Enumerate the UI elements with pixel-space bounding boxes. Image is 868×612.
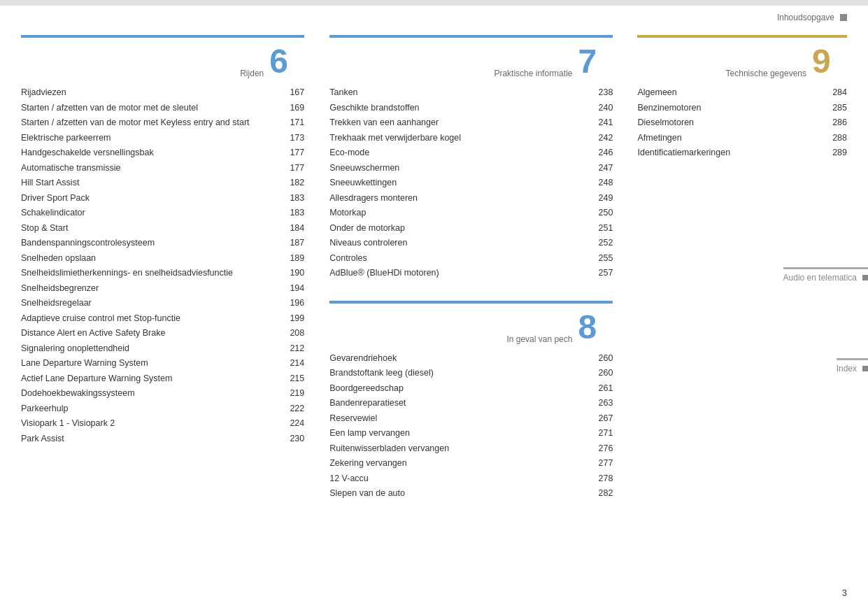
section-8-toc: Gevarendriehoek260Brandstoftank leeg (di… — [329, 353, 613, 500]
section-9-toc: Algemeen284Benzinemotoren285Dieselmotore… — [637, 87, 847, 159]
toc-label: Zekering vervangen — [329, 457, 592, 470]
toc-page: 242 — [592, 132, 613, 145]
column-left: Rijden 6 Rijadviezen167Starten / afzette… — [0, 35, 315, 584]
toc-label: Snelheidslimietherkennings- en snelheids… — [21, 267, 283, 280]
toc-label: Algemeen — [637, 87, 826, 99]
toc-page: 277 — [592, 457, 613, 470]
toc-label: Adaptieve cruise control met Stop-functi… — [21, 313, 283, 325]
toc-label: Identificatiemarkeringen — [637, 147, 826, 159]
section-7-title: Praktische informatie — [329, 69, 578, 78]
toc-label: Elektrische parkeerrem — [21, 132, 283, 145]
toc-page: 189 — [283, 252, 304, 265]
toc-page: 260 — [592, 353, 613, 365]
toc-page: 263 — [592, 397, 613, 410]
toc-label: Snelheden opslaan — [21, 252, 283, 265]
toc-label: Niveaus controleren — [329, 237, 592, 250]
index-sidebar-item: Index — [837, 364, 868, 373]
toc-page: 183 — [283, 192, 304, 205]
header-right: Inhoudsopgave — [777, 13, 847, 22]
toc-page: 271 — [592, 427, 613, 440]
toc-label: Dodehoekbewakingssysteem — [21, 387, 283, 400]
toc-page: 187 — [283, 237, 304, 250]
toc-row: Sneeuwkettingen248 — [329, 177, 613, 190]
toc-label: Lane Departure Warning System — [21, 357, 283, 370]
toc-page: 219 — [283, 387, 304, 400]
toc-page: 238 — [592, 87, 613, 99]
section-9-number: 9 — [812, 45, 847, 78]
toc-label: Parkeerhulp — [21, 403, 283, 415]
toc-label: 12 V-accu — [329, 473, 592, 485]
toc-page: 260 — [592, 367, 613, 380]
toc-row: Allesdragers monteren249 — [329, 192, 613, 205]
toc-label: Signalering onoplettendheid — [21, 343, 283, 355]
toc-row: Onder de motorkap251 — [329, 222, 613, 235]
toc-label: Geschikte brandstoffen — [329, 102, 592, 115]
toc-label: Snelheidsbegrenzer — [21, 283, 283, 295]
toc-page: 241 — [592, 117, 613, 129]
top-bar — [0, 0, 868, 6]
toc-row: Benzinemotoren285 — [637, 102, 847, 115]
toc-label: Bandenreparatieset — [329, 397, 592, 410]
toc-page: 199 — [283, 313, 304, 325]
audio-label: Audio en telematica — [783, 273, 857, 283]
toc-label: Schakelindicator — [21, 207, 283, 220]
toc-row: Zekering vervangen277 — [329, 457, 613, 470]
toc-label: Visiopark 1 - Visiopark 2 — [21, 418, 283, 430]
toc-label: Trekhaak met verwijderbare kogel — [329, 132, 592, 145]
toc-row: Tanken238 — [329, 87, 613, 99]
toc-page: 276 — [592, 443, 613, 455]
toc-label: AdBlue® (BlueHDi motoren) — [329, 267, 592, 280]
toc-page: 267 — [592, 413, 613, 425]
toc-row: Motorkap250 — [329, 207, 613, 220]
toc-label: Gevarendriehoek — [329, 353, 592, 365]
toc-page: 173 — [283, 132, 304, 145]
toc-page: 183 — [283, 207, 304, 220]
toc-page: 248 — [592, 177, 613, 190]
toc-row: 12 V-accu278 — [329, 473, 613, 485]
column-right: Technische gegevens 9 Algemeen284Benzine… — [623, 35, 868, 584]
toc-label: Sneeuwschermen — [329, 162, 592, 175]
toc-label: Controles — [329, 252, 592, 265]
main-content: Rijden 6 Rijadviezen167Starten / afzette… — [0, 35, 868, 584]
toc-row: Afmetingen288 — [637, 132, 847, 145]
toc-page: 246 — [592, 147, 613, 159]
toc-row: Dodehoekbewakingssysteem219 — [21, 387, 304, 400]
toc-row: Een lamp vervangen271 — [329, 427, 613, 440]
toc-row: Actief Lane Departure Warning System215 — [21, 373, 304, 385]
toc-label: Dieselmotoren — [637, 117, 826, 129]
toc-page: 261 — [592, 383, 613, 395]
section-9-bar — [637, 35, 847, 38]
toc-row: Signalering onoplettendheid212 — [21, 343, 304, 355]
toc-label: Ruitenwisserbladen vervangen — [329, 443, 592, 455]
toc-label: Boordgereedschap — [329, 383, 592, 395]
section-9-title: Technische gegevens — [637, 69, 812, 78]
section-8-number: 8 — [578, 311, 613, 344]
toc-label: Starten / afzetten van de motor met de s… — [21, 102, 283, 115]
toc-row: AdBlue® (BlueHDi motoren)257 — [329, 267, 613, 280]
toc-page: 177 — [283, 147, 304, 159]
toc-row: Elektrische parkeerrem173 — [21, 132, 304, 145]
toc-page: 208 — [283, 327, 304, 340]
toc-page: 251 — [592, 222, 613, 235]
toc-row: Sneeuwschermen247 — [329, 162, 613, 175]
toc-label: Park Assist — [21, 433, 283, 446]
section-6-toc: Rijadviezen167Starten / afzetten van de … — [21, 87, 304, 445]
toc-row: Dieselmotoren286 — [637, 117, 847, 129]
section-7-toc: Tanken238Geschikte brandstoffen240Trekke… — [329, 87, 613, 280]
toc-label: Distance Alert en Active Safety Brake — [21, 327, 283, 340]
toc-label: Onder de motorkap — [329, 222, 592, 235]
toc-row: Stop & Start184 — [21, 222, 304, 235]
toc-label: Sneeuwkettingen — [329, 177, 592, 190]
section-6-title: Rijden — [21, 69, 269, 78]
toc-row: Ruitenwisserbladen vervangen276 — [329, 443, 613, 455]
toc-page: 284 — [826, 87, 847, 99]
toc-page: 167 — [283, 87, 304, 99]
toc-row: Handgeschakelde versnellingsbak177 — [21, 147, 304, 159]
toc-page: 257 — [592, 267, 613, 280]
toc-row: Parkeerhulp222 — [21, 403, 304, 415]
toc-page: 285 — [826, 102, 847, 115]
toc-row: Park Assist230 — [21, 433, 304, 446]
toc-label: Reservewiel — [329, 413, 592, 425]
toc-page: 252 — [592, 237, 613, 250]
toc-page: 194 — [283, 283, 304, 295]
